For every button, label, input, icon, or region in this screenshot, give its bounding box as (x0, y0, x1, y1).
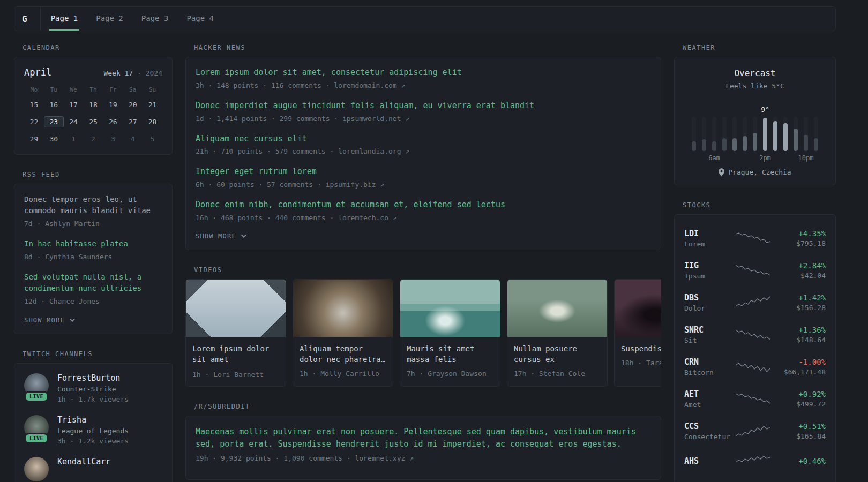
stock-change: +2.84% (798, 261, 826, 270)
calendar-day-next-month: 4 (123, 133, 143, 145)
video-title[interactable]: Nullam posuere cursus ex (514, 343, 601, 365)
stock-ticker: AHS (684, 456, 736, 466)
hn-item-title[interactable]: Lorem ipsum dolor sit amet, consectetur … (196, 67, 651, 79)
hn-item: Lorem ipsum dolor sit amet, consectetur … (196, 67, 651, 89)
calendar-day: 25 (84, 116, 103, 127)
stock-ticker: DBS (684, 293, 736, 303)
video-card[interactable]: Aliquam tempor dolor nec pharetra… 1h · … (293, 279, 393, 387)
dashboard-page: G Page 1 Page 2 Page 3 Page 4 CALENDAR A… (0, 0, 868, 482)
stock-sparkline (736, 262, 770, 278)
rss-item: Sed volutpat nulla nisl, a condimentum n… (24, 272, 162, 306)
hackernews-section: HACKER NEWS Lorem ipsum dolor sit amet, … (185, 44, 661, 250)
video-title[interactable]: Suspendisse diam (621, 343, 661, 354)
video-thumbnail[interactable] (400, 280, 500, 337)
subreddit-post-title[interactable]: Maecenas mollis pulvinar erat non posuer… (196, 426, 651, 451)
channel-name[interactable]: Trisha (57, 415, 129, 425)
rss-item-title[interactable]: In hac habitasse platea (24, 238, 162, 250)
twitch-section: TWITCH CHANNELS LIVE ForrestBurton Count… (14, 350, 173, 482)
weather-bar (722, 138, 727, 151)
stock-row[interactable]: CRN Bitcorn -1.00% $66,171.48 (684, 351, 826, 383)
location-pin-icon (719, 168, 724, 176)
calendar-day: 29 (24, 133, 44, 145)
avatar (24, 457, 49, 481)
twitch-channel[interactable]: LIVE Trisha League of Legends 3h · 1.2k … (24, 415, 162, 445)
weather-section: WEATHER Overcast Feels like 5°C 6am9°2pm… (674, 44, 836, 185)
calendar-day-next-month: 1 (64, 133, 84, 145)
channel-name[interactable]: ForrestBurton (57, 373, 129, 383)
tab-page-4[interactable]: Page 4 (185, 7, 215, 31)
live-badge: LIVE (24, 433, 49, 444)
top-bar: G Page 1 Page 2 Page 3 Page 4 (14, 6, 836, 31)
stock-price: $795.18 (796, 239, 826, 247)
dow-label: Fr (103, 86, 123, 93)
video-card[interactable]: Suspendisse diam 18h · Tara (614, 279, 661, 387)
stock-row[interactable]: SNRC Sit +1.36% $148.64 (684, 319, 826, 351)
hn-show-more-button[interactable]: SHOW MORE (196, 232, 651, 240)
weather-feels-like: Feels like 5°C (681, 82, 829, 90)
video-card[interactable]: Mauris sit amet massa felis 7h · Grayson… (400, 279, 500, 387)
weather-time-label: 2pm (759, 154, 771, 162)
calendar-header: CALENDAR (23, 44, 173, 51)
stock-ticker: SNRC (684, 325, 736, 335)
subreddit-post-meta: 19h · 9,932 points · 1,090 comments · lo… (196, 454, 651, 462)
weather-time-label: 6am (708, 154, 720, 162)
stock-row[interactable]: DBS Dolor +1.42% $156.28 (684, 287, 826, 319)
stock-row[interactable]: AET Amet +0.92% $499.72 (684, 383, 826, 415)
hn-item-title[interactable]: Donec imperdiet augue tincidunt felis al… (196, 100, 651, 112)
stock-row[interactable]: CCS Consectetur +0.51% $165.84 (684, 415, 826, 447)
weather-bar (692, 141, 696, 151)
tab-page-3[interactable]: Page 3 (140, 7, 170, 31)
weather-bar (763, 118, 767, 151)
rss-show-more-button[interactable]: SHOW MORE (24, 317, 162, 324)
video-thumbnail[interactable] (507, 280, 607, 337)
stock-row[interactable]: AHS +0.46% (684, 447, 826, 476)
hn-item-meta: 6h · 60 points · 57 comments · ipsumify.… (196, 180, 651, 189)
stock-name: Sit (684, 336, 736, 344)
video-card[interactable]: Nullam posuere cursus ex 17h · Stefan Co… (507, 279, 608, 387)
stock-row[interactable]: LDI Lorem +4.35% $795.18 (684, 222, 826, 254)
stock-ticker: AET (684, 389, 736, 399)
stocks-card: LDI Lorem +4.35% $795.18 IIG Ipsum (674, 214, 836, 482)
weather-bar-column (692, 117, 697, 162)
video-thumbnail[interactable] (186, 280, 286, 337)
hn-item-meta: 16h · 468 points · 440 comments · loremt… (196, 214, 651, 222)
twitch-card: LIVE ForrestBurton Counter-Strike 1h · 1… (14, 363, 173, 482)
rss-section: RSS FEED Donec tempor eros leo, ut commo… (14, 171, 173, 334)
video-title[interactable]: Lorem ipsum dolor sit amet consectetu… (192, 343, 279, 366)
hackernews-card: Lorem ipsum dolor sit amet, consectetur … (185, 57, 661, 250)
stock-row[interactable]: IIG Ipsum +2.84% $42.04 (684, 254, 826, 287)
calendar-day-selected: 23 (44, 116, 64, 127)
stock-price: $156.28 (796, 304, 826, 312)
hn-item-title[interactable]: Integer eget rutrum lorem (196, 166, 651, 178)
calendar-day: 20 (123, 99, 143, 110)
hn-item-title[interactable]: Aliquam nec cursus elit (196, 133, 651, 145)
rss-item-title[interactable]: Donec tempor eros leo, ut commodo mauris… (24, 194, 162, 216)
calendar-day: 24 (64, 116, 84, 127)
rss-item-title[interactable]: Sed volutpat nulla nisl, a condimentum n… (24, 272, 162, 294)
video-thumbnail[interactable] (293, 280, 393, 337)
hn-item-title[interactable]: Donec enim nibh, condimentum et accumsan… (196, 199, 651, 211)
video-card[interactable]: Lorem ipsum dolor sit amet consectetu… 1… (185, 279, 286, 387)
logo-wrap: G (22, 7, 41, 31)
tab-page-1[interactable]: Page 1 (49, 7, 80, 31)
weather-bar (702, 139, 706, 151)
weather-condition: Overcast (681, 68, 829, 78)
video-meta: 1h · Lori Barnett (192, 371, 279, 379)
calendar-day: 15 (24, 99, 44, 110)
stocks-header: STOCKS (683, 201, 836, 209)
tab-page-2[interactable]: Page 2 (94, 7, 125, 31)
weather-bar (814, 138, 818, 151)
stock-change: +0.51% (796, 422, 826, 431)
app-logo: G (22, 14, 27, 24)
weather-bar-column (753, 117, 758, 162)
video-thumbnail[interactable] (615, 280, 661, 337)
twitch-channel[interactable]: LIVE ForrestBurton Counter-Strike 1h · 1… (24, 373, 162, 403)
stock-name: Consectetur (684, 433, 736, 441)
twitch-channel[interactable]: KendallCarr (24, 457, 162, 481)
video-title[interactable]: Mauris sit amet massa felis (407, 343, 493, 365)
video-title[interactable]: Aliquam tempor dolor nec pharetra… (300, 343, 386, 365)
rss-item-meta: 7d · Ashlyn Martin (24, 219, 162, 229)
stock-name: Dolor (684, 304, 736, 312)
channel-name[interactable]: KendallCarr (57, 457, 110, 466)
left-column: CALENDAR April Week 17 · 2024 Mo Tu We (14, 44, 173, 482)
